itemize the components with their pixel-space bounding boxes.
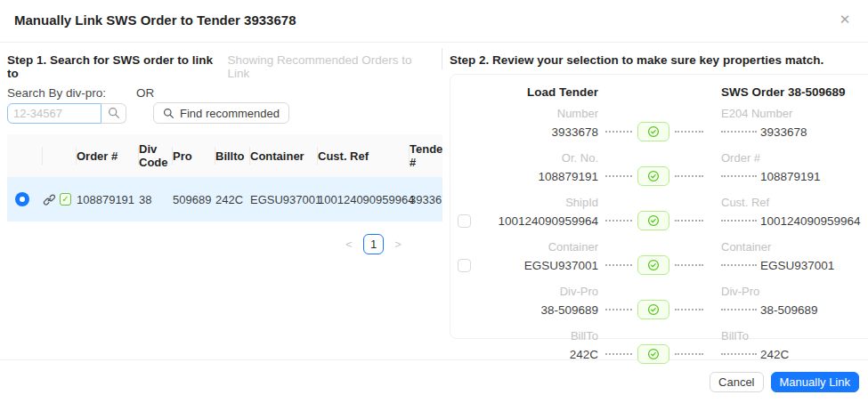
left-label: Or. No.: [477, 151, 598, 165]
cell-tender: 3933678: [410, 177, 442, 222]
or-label: OR: [136, 86, 154, 100]
table-row[interactable]: ✓ 108879191 38 509689 242C EGSU937001 10…: [7, 177, 442, 222]
right-label: E204 Number: [709, 107, 861, 120]
left-value: 242C: [477, 348, 598, 361]
dotted-leader: [721, 131, 757, 133]
left-label: Div-Pro: [477, 285, 598, 298]
check-circle-icon: [647, 170, 660, 182]
dotted-leader: [721, 175, 757, 177]
match-ok-badge: [637, 122, 669, 141]
find-recommended-button[interactable]: Find recommended: [153, 102, 289, 124]
container-checkbox[interactable]: [458, 259, 471, 272]
check-circle-icon: [647, 125, 660, 138]
step2-title: Step 2. Review your selection to make su…: [450, 53, 868, 67]
column-header-div-code: Div Code: [139, 134, 173, 177]
load-tender-header: Load Tender: [477, 85, 598, 99]
match-ok-badge: [637, 255, 669, 275]
dotted-leader: [605, 264, 632, 266]
row-radio-cell: [7, 177, 43, 222]
cell-order: 108879191: [77, 177, 139, 222]
step1-title: Step 1. Search for SWS order to link to: [7, 53, 227, 80]
cell-cust-ref: 100124090959964: [318, 177, 410, 222]
search-by-divpro-label: Search By div-pro:: [7, 86, 106, 100]
dotted-leader: [675, 309, 703, 310]
check-circle-icon: [647, 348, 660, 360]
left-value: 108879191: [477, 170, 598, 183]
dotted-leader: [605, 220, 632, 222]
right-label: Order #: [709, 151, 861, 165]
right-value: EGSU937001: [760, 259, 834, 272]
match-row-order-no: Or. No. Order # 108879191 108879191: [458, 151, 861, 188]
step1-panel: Step 1. Search for SWS order to link to …: [0, 43, 442, 359]
icons-column-header: [43, 134, 77, 177]
cancel-button[interactable]: Cancel: [710, 372, 763, 392]
match-row-billto: BillTo BillTo 242C 242C: [458, 329, 861, 366]
modal-footer: Cancel Manually Link: [0, 359, 868, 403]
search-submit-button[interactable]: [101, 103, 126, 124]
left-value: 38-509689: [477, 303, 598, 317]
dotted-leader: [675, 175, 703, 177]
review-card-headers: Load Tender SWS Order 38-509689: [458, 85, 861, 99]
link-icon: [43, 193, 56, 206]
right-value: 38-509689: [760, 303, 818, 317]
match-ok-badge: [637, 300, 669, 319]
pagination: < 1 >: [7, 234, 442, 254]
row-radio-selected[interactable]: [15, 192, 29, 206]
column-header-pro: Pro: [173, 134, 215, 177]
dotted-leader: [675, 131, 703, 133]
orders-table: Order # Div Code Pro Billto Container Cu…: [7, 134, 442, 222]
dotted-leader: [721, 264, 757, 266]
column-header-billto: Billto: [215, 134, 250, 177]
cell-pro: 509689: [173, 177, 215, 222]
right-value: 242C: [760, 348, 789, 361]
dotted-leader: [721, 309, 757, 310]
column-header-container: Container: [250, 134, 318, 177]
search-controls-row: Find recommended: [7, 102, 442, 124]
table-header-row: Order # Div Code Pro Billto Container Cu…: [7, 134, 442, 177]
close-icon[interactable]: ✕: [832, 7, 857, 32]
match-row-shipid: ShipId Cust. Ref 100124090959964 1001240…: [458, 196, 861, 232]
right-label: BillTo: [709, 329, 861, 343]
cell-container: EGSU937001: [250, 177, 318, 222]
modal-body: Step 1. Search for SWS order to link to …: [0, 43, 868, 359]
search-icon: [163, 108, 174, 119]
search-icon: [108, 107, 120, 119]
dotted-leader: [605, 175, 632, 177]
match-ok-badge: [637, 166, 669, 186]
match-row-number: Number E204 Number 3933678 3933678: [458, 107, 861, 143]
pagination-page-1[interactable]: 1: [363, 234, 384, 254]
step2-panel: Step 2. Review your selection to make su…: [442, 43, 868, 359]
right-value: 3933678: [760, 125, 807, 139]
divpro-search-input[interactable]: [7, 103, 101, 124]
cell-billto: 242C: [215, 177, 250, 222]
check-circle-icon: [647, 259, 660, 271]
left-label: Number: [477, 107, 598, 120]
column-header-order: Order #: [77, 134, 139, 177]
recommended-status-text: Showing Recommended Orders to Link: [227, 53, 437, 80]
check-circle-icon: [647, 303, 660, 316]
dotted-leader: [721, 220, 757, 222]
right-label: Container: [709, 240, 861, 254]
right-label: Cust. Ref: [709, 196, 861, 209]
search-labels-row: Search By div-pro: OR: [7, 86, 442, 100]
step1-header: Step 1. Search for SWS order to link to …: [7, 53, 442, 80]
match-row-div-pro: Div-Pro Div-Pro 38-509689 38-509689: [458, 285, 861, 321]
modal-header: Manually Link SWS Order to Tender 393367…: [0, 0, 868, 43]
cell-div-code: 38: [139, 177, 173, 222]
dotted-leader: [605, 309, 632, 310]
pagination-next-icon[interactable]: >: [391, 238, 405, 251]
column-header-cust-ref: Cust. Ref: [318, 134, 410, 177]
dotted-leader: [605, 131, 632, 133]
manually-link-button[interactable]: Manually Link: [771, 372, 860, 392]
right-value: 108879191: [760, 170, 821, 183]
left-value: 3933678: [477, 125, 598, 139]
dotted-leader: [605, 353, 632, 355]
right-value: 100124090959964: [760, 214, 861, 228]
pagination-prev-icon[interactable]: <: [342, 238, 356, 251]
dotted-leader: [721, 353, 757, 355]
left-value: EGSU937001: [477, 259, 598, 272]
column-header-tender: Tender #: [410, 134, 442, 177]
shipid-checkbox[interactable]: [458, 214, 471, 228]
checked-checkbox-icon: ✓: [60, 193, 71, 206]
match-row-container: Container Container EGSU937001 EGSU93700…: [458, 240, 861, 277]
